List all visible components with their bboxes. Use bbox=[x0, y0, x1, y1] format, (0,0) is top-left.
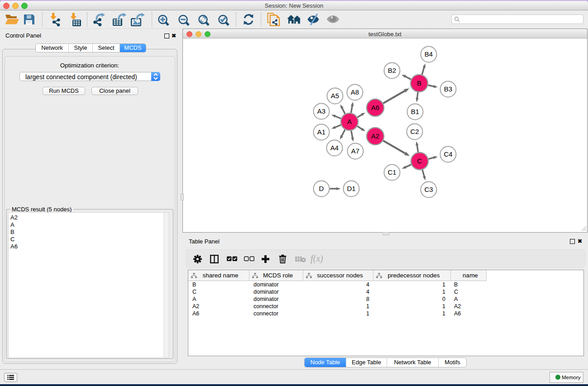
svg-text:B: B bbox=[417, 79, 421, 87]
svg-text:A3: A3 bbox=[317, 107, 325, 115]
svg-text:B4: B4 bbox=[425, 50, 433, 58]
svg-text:A4: A4 bbox=[330, 144, 339, 152]
svg-text:A: A bbox=[347, 118, 352, 125]
svg-text:A5: A5 bbox=[331, 92, 339, 100]
svg-text:C1: C1 bbox=[387, 168, 396, 176]
svg-text:A6: A6 bbox=[371, 104, 379, 111]
svg-text:B3: B3 bbox=[444, 85, 452, 93]
svg-text:B1: B1 bbox=[411, 108, 419, 115]
svg-text:C2: C2 bbox=[410, 128, 419, 135]
svg-text:A8: A8 bbox=[351, 88, 359, 96]
svg-text:D1: D1 bbox=[347, 185, 355, 192]
svg-text:A7: A7 bbox=[351, 147, 359, 155]
svg-text:C4: C4 bbox=[444, 150, 452, 158]
svg-text:A2: A2 bbox=[371, 132, 379, 140]
svg-text:D: D bbox=[319, 185, 324, 192]
svg-text:C3: C3 bbox=[424, 186, 433, 193]
svg-text:B2: B2 bbox=[388, 67, 396, 74]
svg-text:C: C bbox=[417, 157, 422, 165]
svg-text:A1: A1 bbox=[317, 128, 325, 136]
